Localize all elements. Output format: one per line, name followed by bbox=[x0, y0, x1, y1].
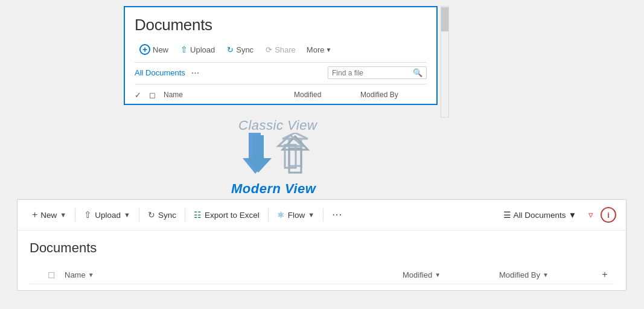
select-all-checkbox[interactable]: ✓ bbox=[135, 91, 141, 100]
sync-icon: ↻ bbox=[227, 45, 234, 54]
new-chevron-icon: ▼ bbox=[60, 211, 66, 218]
sync-icon: ↻ bbox=[148, 210, 155, 220]
info-icon: i bbox=[607, 211, 610, 220]
modern-toolbar-right: ☰ All Documents ▼ ▿ i bbox=[499, 206, 616, 223]
modern-modified-column[interactable]: Modified ▼ bbox=[403, 270, 499, 279]
classic-more-button[interactable]: More ▼ bbox=[303, 43, 336, 57]
filter-icon: ▿ bbox=[588, 209, 593, 220]
classic-nav-row: All Documents ··· 🔍 bbox=[135, 63, 427, 81]
classic-title: Documents bbox=[135, 16, 427, 34]
upload-icon: ⇧ bbox=[180, 45, 188, 54]
modern-column-headers: ◻ Name ▼ Modified ▼ Modified By ▼ + bbox=[30, 266, 614, 284]
toolbar-separator-2 bbox=[139, 208, 139, 221]
modified-sort-icon: ▼ bbox=[435, 272, 441, 278]
toolbar-separator-1 bbox=[75, 208, 75, 221]
modern-view-label: Modern View bbox=[231, 181, 316, 197]
nav-options-icon[interactable]: ··· bbox=[190, 68, 200, 78]
flow-chevron-icon: ▼ bbox=[308, 211, 314, 218]
modern-export-button[interactable]: ☷ Export to Excel bbox=[189, 207, 264, 223]
classic-sync-button[interactable]: ↻ Sync bbox=[222, 43, 258, 57]
modern-toolbar: + New ▼ ⇧ Upload ▼ ↻ Sync ☷ Export to Ex… bbox=[18, 200, 626, 231]
classic-name-column: Name bbox=[164, 91, 294, 99]
filter-lines-icon: ☰ bbox=[503, 210, 511, 220]
modern-view-panel: + New ▼ ⇧ Upload ▼ ↻ Sync ☷ Export to Ex… bbox=[17, 199, 626, 291]
modern-new-button[interactable]: + New ▼ bbox=[27, 206, 71, 223]
modern-more-button[interactable]: ··· bbox=[327, 206, 347, 224]
name-sort-icon: ▼ bbox=[88, 272, 94, 278]
toolbar-separator-4 bbox=[268, 208, 269, 221]
modern-flow-button[interactable]: ⚛ Flow ▼ bbox=[272, 207, 319, 223]
modern-upload-button[interactable]: ⇧ Upload ▼ bbox=[79, 206, 135, 223]
share-icon: ⟳ bbox=[266, 45, 272, 54]
excel-icon: ☷ bbox=[194, 210, 202, 220]
classic-modifiedby-column: Modified By bbox=[360, 91, 427, 99]
classic-upload-button[interactable]: ⇧ Upload bbox=[176, 42, 220, 57]
classic-toolbar: + New ⇧ Upload ↻ Sync ⟳ Share More ▼ bbox=[135, 42, 427, 63]
classic-scrollbar[interactable] bbox=[441, 6, 449, 118]
classic-search-box: 🔍 bbox=[328, 66, 427, 79]
modern-sync-button[interactable]: ↻ Sync bbox=[143, 207, 181, 223]
file-type-column-icon: ◻ bbox=[48, 269, 55, 279]
classic-new-button[interactable]: + New bbox=[135, 42, 173, 57]
modern-filetype-col: ◻ bbox=[48, 269, 65, 280]
svg-rect-10 bbox=[285, 145, 296, 168]
modern-documents-title: Documents bbox=[30, 240, 614, 256]
all-documents-link[interactable]: All Documents bbox=[135, 68, 185, 77]
classic-share-button[interactable]: ⟳ Share bbox=[261, 43, 301, 57]
classic-modified-column: Modified bbox=[294, 91, 360, 99]
modern-content: Documents ◻ Name ▼ Modified ▼ Modified B… bbox=[18, 231, 626, 290]
modern-modifiedby-column[interactable]: Modified By ▼ bbox=[499, 270, 596, 279]
all-docs-chevron-icon: ▼ bbox=[569, 211, 576, 220]
modern-add-column-button[interactable]: + bbox=[596, 269, 614, 280]
file-type-icon: ◻ bbox=[149, 91, 156, 100]
modifiedby-sort-icon: ▼ bbox=[543, 272, 549, 278]
toolbar-separator-3 bbox=[185, 208, 185, 221]
plus-circle-icon: + bbox=[139, 44, 150, 55]
classic-column-headers: ✓ ◻ Name Modified Modified By bbox=[135, 84, 427, 104]
scrollbar-thumb[interactable] bbox=[441, 7, 448, 31]
upload-chevron-icon: ▼ bbox=[124, 211, 130, 218]
modern-all-docs-button[interactable]: ☰ All Documents ▼ bbox=[499, 207, 581, 223]
flow-icon: ⚛ bbox=[277, 210, 285, 220]
toolbar-separator-5 bbox=[323, 208, 324, 221]
svg-marker-9 bbox=[246, 158, 272, 173]
svg-rect-8 bbox=[253, 135, 264, 158]
modern-filter-button[interactable]: ▿ bbox=[584, 206, 598, 223]
plus-icon: + bbox=[32, 209, 37, 220]
chevron-down-icon: ▼ bbox=[325, 46, 331, 53]
modern-info-button[interactable]: i bbox=[601, 207, 616, 223]
search-icon: 🔍 bbox=[413, 68, 422, 77]
arrows-graphic bbox=[245, 134, 311, 182]
modern-name-column[interactable]: Name ▼ bbox=[65, 270, 403, 279]
upload-icon: ⇧ bbox=[84, 209, 92, 220]
classic-view-label: Classic View bbox=[238, 118, 317, 133]
classic-view-panel: Documents + New ⇧ Upload ↻ Sync ⟳ Share … bbox=[124, 6, 438, 105]
classic-search-input[interactable] bbox=[332, 69, 410, 77]
